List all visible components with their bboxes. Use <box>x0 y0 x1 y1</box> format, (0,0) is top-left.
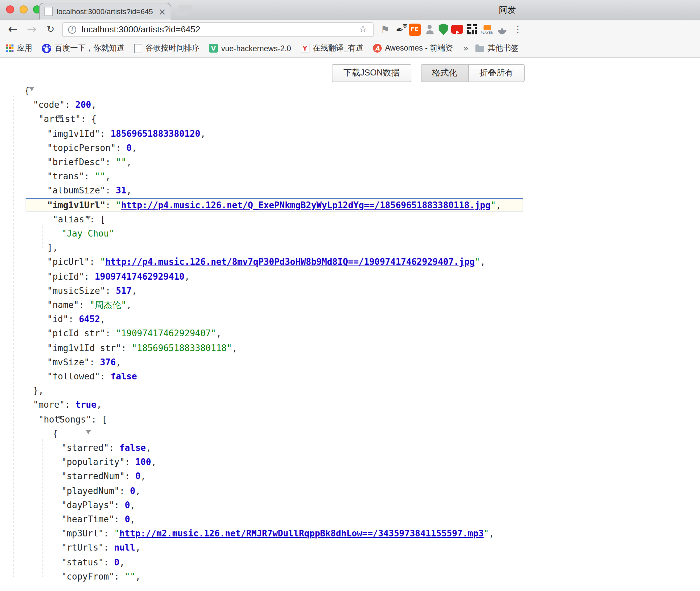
tab-close-icon[interactable]: × <box>158 7 166 16</box>
browser-tab[interactable]: localhost:3000/artists?id=645 × <box>39 3 171 20</box>
json-key: "copyFrom" <box>61 571 114 582</box>
translate-pen-icon[interactable]: 英 <box>394 23 406 35</box>
json-line: "artist": { <box>0 112 525 126</box>
json-token: , <box>53 243 58 253</box>
pennant-flag-icon[interactable] <box>379 23 391 35</box>
json-url-link[interactable]: http://p4.music.126.net/8mv7qP30Pd3oHW8b… <box>105 257 475 267</box>
json-token: : <box>65 400 75 410</box>
close-window-button[interactable] <box>6 5 14 13</box>
json-key: "playedNum" <box>61 486 119 496</box>
json-token: 18569651883380120 <box>111 128 200 138</box>
paw-icon[interactable] <box>496 23 508 35</box>
json-quote: " <box>114 528 120 538</box>
json-line: "hotSongs": [ <box>0 412 525 426</box>
json-line: "briefDesc": "", <box>0 155 525 169</box>
json-string: "" <box>95 171 105 181</box>
json-token: } <box>33 385 38 396</box>
bookmarks-bar: 应用 百度一下，你就知道谷歌按时间排序Vvue-hackernews-2.0Y在… <box>0 39 700 58</box>
json-token: 376 <box>100 357 116 367</box>
youtube-icon[interactable] <box>451 25 463 34</box>
bookmark-item[interactable]: Y在线翻译_有道 <box>300 43 363 53</box>
json-line: "musicSize": 517, <box>0 284 525 298</box>
json-url-link[interactable]: http://m2.music.126.net/RMJR7wDullRqppBk… <box>119 528 484 538</box>
url-text[interactable]: localhost:3000/artists?id=6452 <box>82 24 354 34</box>
site-info-icon[interactable] <box>68 25 76 33</box>
browser-menu-icon[interactable]: ⋮ <box>512 20 524 39</box>
json-token: : <box>119 486 130 496</box>
download-json-button[interactable]: 下载JSON数据 <box>332 64 411 82</box>
bookmark-item[interactable]: 百度一下，你就知道 <box>42 43 124 53</box>
json-string: "周杰伦" <box>89 300 126 310</box>
json-key: "popularity" <box>61 457 125 467</box>
json-key: "artist" <box>38 114 81 124</box>
new-tab-button[interactable] <box>175 5 193 15</box>
json-line: "albumSize": 31, <box>0 184 525 198</box>
json-token: , <box>132 143 137 153</box>
browser-window: localhost:3000/artists?id=645 × 阿发 ← → ↻… <box>0 0 700 591</box>
json-key: "trans" <box>47 171 84 181</box>
json-token: , <box>141 471 146 481</box>
baidu-icon <box>42 43 51 53</box>
view-mode-switch: 格式化 折叠所有 <box>420 64 525 82</box>
minimize-window-button[interactable] <box>20 5 28 13</box>
user-silhouette-icon[interactable] <box>424 23 436 35</box>
json-token: , <box>151 457 156 467</box>
json-toolbar: 下载JSON数据 格式化 折叠所有 <box>0 64 525 82</box>
collapse-all-button[interactable]: 折叠所有 <box>468 64 525 82</box>
json-token: 0 <box>130 486 136 496</box>
json-key: "status" <box>61 557 104 567</box>
json-quote: " <box>491 200 496 210</box>
json-key: "topicPerson" <box>47 143 116 153</box>
json-line: }, <box>0 383 525 398</box>
json-line: "mvSize": 376, <box>0 355 525 369</box>
json-line: "picId": 19097417462929410, <box>0 269 525 283</box>
player-icon[interactable]: PLAYER <box>481 23 493 35</box>
json-line: { <box>0 427 525 441</box>
qrcode-icon[interactable] <box>466 23 478 35</box>
page-content: 下载JSON数据 格式化 折叠所有 {"code": 200,"artist":… <box>0 58 700 591</box>
json-line: "picUrl": "http://p4.music.126.net/8mv7q… <box>0 255 525 269</box>
shield-icon[interactable] <box>438 24 448 35</box>
bookmark-star-icon[interactable]: ☆ <box>358 24 368 34</box>
back-icon[interactable]: ← <box>5 20 21 39</box>
json-token: : <box>105 186 116 196</box>
fehelper-icon[interactable]: FE <box>409 23 421 35</box>
json-token: : <box>90 214 100 224</box>
json-token: ] <box>47 243 53 253</box>
json-token: , <box>130 514 136 524</box>
json-line: "hearTime": 0, <box>0 512 525 526</box>
json-line: "trans": "", <box>0 169 525 183</box>
json-line: "status": 0, <box>0 555 525 569</box>
json-line: "mp3Url": "http://m2.music.126.net/RMJR7… <box>0 526 525 540</box>
other-bookmarks-folder[interactable]: 其他书签 <box>475 43 519 53</box>
json-line: ], <box>0 241 525 255</box>
json-line: "followed": false <box>0 369 525 383</box>
json-line: "img1v1Id": 18569651883380120, <box>0 126 525 141</box>
json-token: : <box>104 528 114 538</box>
json-key: "musicSize" <box>47 286 105 296</box>
json-token: : <box>104 543 114 553</box>
json-token: , <box>200 128 206 138</box>
json-key: "code" <box>33 100 65 110</box>
address-bar[interactable]: localhost:3000/artists?id=6452 ☆ <box>62 22 374 37</box>
format-button[interactable]: 格式化 <box>420 64 469 82</box>
reload-icon[interactable]: ↻ <box>42 20 59 39</box>
json-key: "mvSize" <box>47 357 89 367</box>
bookmark-label: 谷歌按时间排序 <box>145 43 200 53</box>
tab-strip: localhost:3000/artists?id=645 × 阿发 <box>0 0 700 20</box>
json-url-link[interactable]: http://p4.music.126.net/Q_ExePNkmgB2yWyL… <box>121 200 491 210</box>
json-token: : <box>79 300 89 310</box>
json-token: , <box>96 400 102 410</box>
json-line: "dayPlays": 0, <box>0 498 525 512</box>
profile-name[interactable]: 阿发 <box>499 5 516 16</box>
bookmarks-overflow-icon[interactable]: » <box>463 43 469 53</box>
json-key: "alias" <box>53 214 90 224</box>
bookmark-label: 其他书签 <box>488 43 519 53</box>
bookmark-item[interactable]: 谷歌按时间排序 <box>134 43 200 53</box>
tab-title: localhost:3000/artists?id=645 <box>57 7 156 15</box>
bookmark-apps[interactable]: 应用 <box>6 43 32 53</box>
bookmark-item[interactable]: Vvue-hackernews-2.0 <box>209 44 291 53</box>
bookmark-label: Awesomes - 前端资… <box>385 43 454 53</box>
bookmark-item[interactable]: AAwesomes - 前端资… <box>373 43 454 53</box>
json-token: 0 <box>126 143 132 153</box>
